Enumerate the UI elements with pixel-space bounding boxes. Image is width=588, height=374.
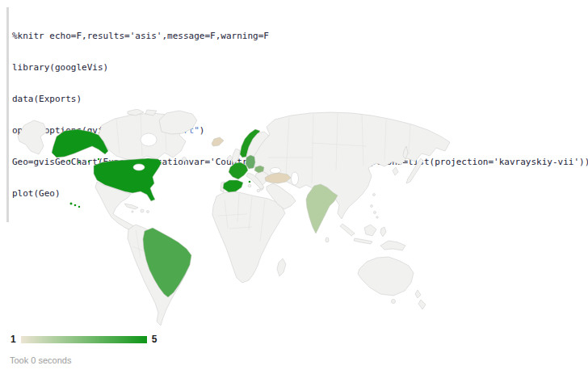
country-new-zealand [415,290,426,309]
puerto-rico [147,211,149,213]
country-russia-wrapped [18,120,47,154]
country-germany[interactable] [246,155,255,169]
country-australia [358,257,414,296]
code-line: %knitr echo=F,results='asis',message=F,w… [12,31,588,41]
continent-africa [212,191,285,283]
color-legend: 1 5 [10,334,157,345]
new-guinea [380,241,405,250]
legend-gradient-bar [21,336,147,343]
code-line: library(googleVis) [12,62,588,73]
sri-lanka [326,237,329,242]
code-text: data(Exports) [12,94,82,104]
country-ireland [227,155,233,162]
black-sea [271,168,281,174]
hudson-bay [141,133,157,146]
country-united-kingdom [232,149,240,163]
geochart-world-map[interactable] [6,109,456,335]
country-korea [393,167,398,175]
caribbean-islands [124,204,138,209]
sumatra [340,224,355,236]
jamaica [132,211,133,212]
sicily [257,189,260,192]
code-text: %knitr echo=F,results='asis',message=F,w… [12,31,269,41]
country-iceland[interactable] [212,137,224,146]
status-text: Took 0 seconds [10,355,71,365]
code-text: library(googleVis) [12,62,108,73]
madagascar [277,258,286,276]
caspian-sea [292,172,299,185]
java [354,238,372,244]
country-japan [406,158,423,183]
code-line: data(Exports) [12,94,588,104]
country-spain[interactable] [223,180,243,192]
philippines [376,216,379,219]
borneo [364,225,376,236]
philippines [371,205,373,208]
tasmania [392,300,396,304]
philippines [374,212,376,214]
great-lakes [133,164,145,170]
sardinia [248,184,251,187]
legend-max-label: 5 [152,334,158,345]
sulawesi [380,227,386,237]
taiwan [373,194,376,196]
legend-min-label: 1 [10,334,16,345]
newfoundland [183,158,187,162]
notebook-page: %knitr echo=F,results='asis',message=F,w… [0,0,588,374]
hispaniola [141,209,144,212]
